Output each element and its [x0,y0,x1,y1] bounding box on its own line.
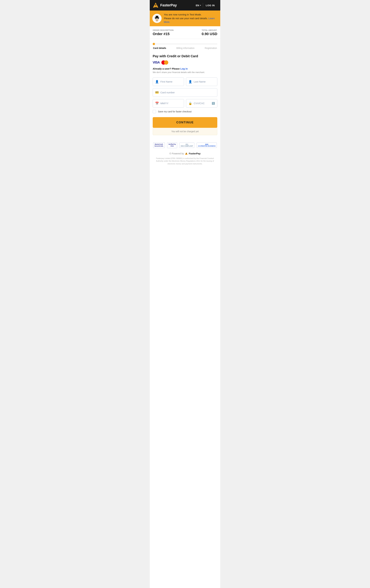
steps-labels: Card details Billing information Registr… [153,47,217,49]
not-charged-notice: You will not be charged yet [153,128,217,135]
mastercard-logo [161,60,168,65]
bbb-badge: BBB ACCREDITED BUSINESS [197,143,217,148]
card-number-row: 💳 [153,88,217,97]
fasterpay-logo-icon [153,2,159,8]
header: FasterPay EN ▾ LOG IN [150,0,220,10]
login-button[interactable]: LOG IN [203,3,217,8]
test-mode-line2: Please do not use your real card details… [164,17,218,24]
order-number: Order #15 [153,32,174,36]
order-description-label: ORDER DESCRIPTION: [153,29,174,31]
language-selector[interactable]: EN ▾ [194,3,203,8]
card-icon: 💳 [155,91,159,94]
steps-section: Card details Billing information Registr… [150,39,220,51]
powered-by: © Powered by FasterPay [150,151,220,156]
person-icon: 👤 [155,80,159,84]
card-number-input[interactable] [160,91,215,94]
visa-logo: VISA [153,61,160,64]
amount-value: 0.90 USD [202,32,217,36]
expiry-field[interactable]: 📅 [153,99,184,108]
name-fields-row: 👤 👤 [153,77,217,86]
amount-label: TOTAL AMOUNT: [202,29,217,31]
cvv-input[interactable] [194,102,210,105]
order-description: ORDER DESCRIPTION: Order #15 [153,29,174,36]
test-mode-line1: You are now running in Test Mode. [164,13,218,17]
login-prompt: Already a user? Please Log in [153,67,217,70]
lang-label: EN [196,4,199,7]
logo: FasterPay [153,2,177,8]
footer-brand: FasterPay [189,152,201,155]
step-line-1 [155,44,186,44]
card-number-field[interactable]: 💳 [153,88,217,97]
login-link[interactable]: Log in [180,67,188,70]
privacy-text: We don't share your financial details wi… [153,71,217,74]
save-card-label: Save my card for faster checkout [158,110,192,113]
bandit-icon [153,14,161,22]
last-name-field[interactable]: 👤 [186,77,217,86]
save-card-row: Save my card for faster checkout [153,110,217,113]
svg-rect-6 [156,16,158,18]
steps-bar [153,43,217,45]
header-right: EN ▾ LOG IN [194,3,217,8]
first-name-field[interactable]: 👤 [153,77,184,86]
order-amount: TOTAL AMOUNT: 0.90 USD [202,29,217,36]
mc-right-circle [164,60,168,65]
form-title: Pay with Credit or Debit Card [153,54,217,58]
calendar-icon: 📅 [155,102,159,105]
cvv-field[interactable]: 🔒 ℹ️ [186,99,217,108]
test-mode-text: You are now running in Test Mode. Please… [164,13,218,24]
mastercard-securecode-badge: MasterCard. SecureCode. [153,142,165,148]
person-icon-2: 👤 [188,80,192,84]
svg-point-2 [155,5,156,5]
test-avatar [152,14,162,23]
card-logos: VISA [153,60,217,65]
verified-by-visa-badge: Verified by VISA [167,142,177,148]
expiry-input[interactable] [160,102,182,105]
test-mode-banner: You are now running in Test Mode. Please… [150,10,220,26]
step-dot-card [153,43,155,45]
footer-legal: Fasterpay Limited (FRN: 900681) is autho… [150,156,220,169]
step-card-details: Card details [153,47,166,49]
save-card-checkbox[interactable] [153,110,156,113]
expiry-cvv-row: 📅 🔒 ℹ️ [153,99,217,108]
step-registration: Registration [205,47,217,49]
svg-rect-3 [154,7,157,7]
continue-button[interactable]: CONTINUE [153,117,217,128]
footer-logo-icon [185,152,188,155]
first-name-input[interactable] [160,80,182,83]
svg-point-12 [186,153,187,154]
step-line-2 [186,44,217,44]
step-billing: Billing information [176,47,195,49]
logo-text: FasterPay [160,3,177,7]
chevron-down-icon: ▾ [200,4,201,6]
pci-dss-badge: PCI DSS COMPLIANT [179,143,194,148]
last-name-input[interactable] [194,80,215,83]
info-icon[interactable]: ℹ️ [212,102,215,105]
payment-form: Pay with Credit or Debit Card VISA Alrea… [150,51,220,138]
order-info: ORDER DESCRIPTION: Order #15 TOTAL AMOUN… [150,26,220,39]
security-badges: MasterCard. SecureCode. Verified by VISA… [150,138,220,151]
lock-icon: 🔒 [188,102,192,105]
